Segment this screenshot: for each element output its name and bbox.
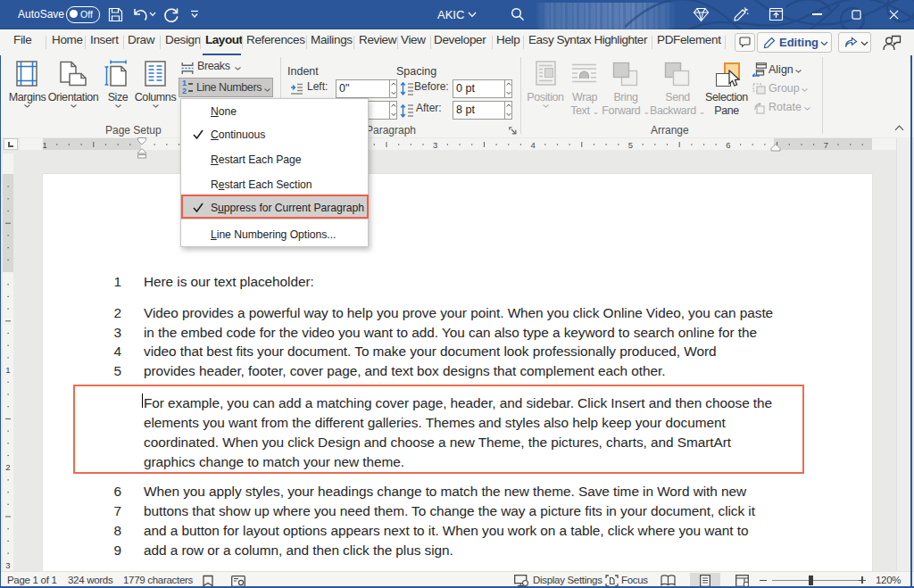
- svg-text:1: 1: [5, 365, 10, 375]
- svg-text:4: 4: [530, 140, 535, 150]
- svg-text:5: 5: [628, 140, 633, 150]
- svg-text:6: 6: [726, 140, 730, 150]
- svg-text:3: 3: [433, 140, 437, 150]
- svg-text:3: 3: [5, 560, 10, 570]
- svg-text:2: 2: [5, 462, 10, 472]
- svg-text:7: 7: [824, 140, 828, 150]
- svg-text:1: 1: [42, 140, 46, 150]
